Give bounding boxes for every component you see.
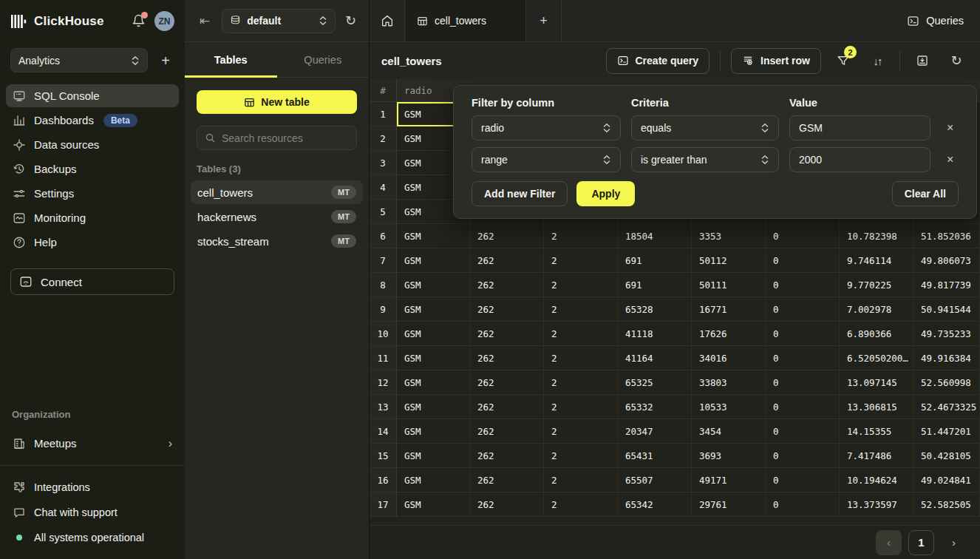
table-cell[interactable]: 0	[766, 322, 840, 346]
table-cell[interactable]: 49.817739	[913, 273, 980, 297]
footer-item-all-systems-operational[interactable]: All systems operational	[6, 528, 179, 547]
table-cell[interactable]: 49.806073	[913, 248, 980, 273]
table-cell[interactable]: 2	[544, 346, 618, 370]
column-header--[interactable]: #	[370, 79, 397, 102]
table-cell[interactable]: 2	[544, 273, 618, 297]
table-cell[interactable]: 2	[544, 395, 618, 419]
table-cell[interactable]: 65431	[618, 444, 692, 468]
table-cell[interactable]: 13.306815	[840, 395, 913, 419]
table-cell[interactable]: 65342	[618, 492, 692, 517]
search-input[interactable]	[222, 132, 349, 144]
new-tab-button[interactable]: +	[526, 0, 562, 41]
table-cell[interactable]: 13.097145	[840, 370, 913, 395]
filter-value-input-0[interactable]	[789, 115, 930, 140]
table-cell[interactable]: 50111	[692, 273, 766, 297]
table-cell[interactable]: 50112	[692, 248, 766, 273]
table-cell[interactable]: 51.447201	[913, 419, 980, 444]
table-cell[interactable]: 691	[618, 248, 692, 273]
table-cell[interactable]: 3353	[692, 224, 766, 248]
filter-column-select-0[interactable]: radio	[472, 115, 621, 140]
table-cell[interactable]: 10.782398	[840, 224, 913, 248]
apply-filters-button[interactable]: Apply	[576, 181, 635, 206]
table-cell[interactable]: GSM	[397, 395, 470, 419]
table-cell[interactable]: GSM	[397, 468, 470, 492]
clear-filters-button[interactable]: Clear All	[892, 181, 959, 206]
table-cell[interactable]: 2	[544, 468, 618, 492]
table-cell[interactable]: 14.15355	[840, 419, 913, 444]
table-cell[interactable]: 0	[766, 370, 840, 395]
table-cell[interactable]: 7.417486	[840, 444, 913, 468]
filter-button[interactable]: 2	[831, 49, 855, 72]
table-cell[interactable]: GSM	[397, 273, 470, 297]
footer-item-integrations[interactable]: Integrations	[6, 478, 179, 497]
table-cell[interactable]: 262	[470, 273, 544, 297]
table-cell[interactable]: GSM	[397, 346, 470, 370]
table-cell[interactable]: 6.890366	[840, 322, 913, 346]
table-cell[interactable]: 29761	[692, 492, 766, 517]
table-cell[interactable]: 49.916384	[913, 346, 980, 370]
table-cell[interactable]: 2	[544, 419, 618, 444]
filter-value-input-1[interactable]	[789, 147, 930, 172]
table-cell[interactable]: 18504	[618, 224, 692, 248]
table-cell[interactable]: 262	[470, 492, 544, 517]
table-cell[interactable]: 52.560998	[913, 370, 980, 395]
table-cell[interactable]: GSM	[397, 419, 470, 444]
table-cell[interactable]: 49.024841	[913, 468, 980, 492]
table-cell[interactable]: 3454	[692, 419, 766, 444]
sidebar-item-backups[interactable]: Backups	[6, 157, 179, 180]
next-page-button[interactable]: ›	[941, 530, 967, 555]
footer-item-chat-with-support[interactable]: Chat with support	[6, 503, 179, 522]
sidebar-item-sql-console[interactable]: SQL Console	[6, 84, 179, 107]
table-cell[interactable]: 0	[766, 468, 840, 492]
table-cell[interactable]: 51.852036	[913, 224, 980, 248]
table-cell[interactable]: 49171	[692, 468, 766, 492]
table-cell[interactable]: 2	[544, 370, 618, 395]
sidebar-item-dashboards[interactable]: DashboardsBeta	[6, 109, 179, 132]
table-cell[interactable]: 2	[544, 297, 618, 322]
sidebar-item-monitoring[interactable]: Monitoring	[6, 206, 179, 229]
table-cell[interactable]: 0	[766, 444, 840, 468]
table-cell[interactable]: 52.4673325	[913, 395, 980, 419]
table-cell[interactable]: 0	[766, 346, 840, 370]
sort-button[interactable]: ↓↑	[865, 49, 889, 72]
table-cell[interactable]: 7.002978	[840, 297, 913, 322]
table-cell[interactable]: 65507	[618, 468, 692, 492]
sidebar-item-meetups[interactable]: Meetups›	[6, 432, 179, 455]
table-cell[interactable]: 16771	[692, 297, 766, 322]
table-cell[interactable]: 2	[544, 492, 618, 517]
remove-filter-button-1[interactable]: ×	[941, 150, 959, 169]
table-cell[interactable]: 3693	[692, 444, 766, 468]
table-cell[interactable]: 9.770225	[840, 273, 913, 297]
table-cell[interactable]: 0	[766, 492, 840, 517]
sidebar-item-help[interactable]: Help	[6, 231, 179, 254]
notifications-button[interactable]	[129, 13, 147, 30]
sidebar-item-data-sources[interactable]: Data sources	[6, 133, 179, 156]
table-item-hackernews[interactable]: hackernewsMT	[191, 205, 363, 228]
download-button[interactable]	[911, 49, 934, 72]
table-cell[interactable]: 41164	[618, 346, 692, 370]
table-cell[interactable]: 2	[544, 224, 618, 248]
table-cell[interactable]: 262	[470, 224, 544, 248]
table-cell[interactable]: 50.428105	[913, 444, 980, 468]
insert-row-button[interactable]: Insert row	[731, 48, 821, 74]
table-cell[interactable]: 2	[544, 444, 618, 468]
table-cell[interactable]: 65325	[618, 370, 692, 395]
new-table-button[interactable]: New table	[197, 90, 357, 114]
table-cell[interactable]: 13.373597	[840, 492, 913, 517]
table-cell[interactable]: 691	[618, 273, 692, 297]
table-cell[interactable]: 6.52050200…	[840, 346, 913, 370]
create-query-button[interactable]: Create query	[606, 48, 710, 74]
tab-cell-towers[interactable]: cell_towers	[404, 0, 526, 41]
table-cell[interactable]: 262	[470, 395, 544, 419]
table-cell[interactable]: 65328	[618, 297, 692, 322]
home-button[interactable]	[370, 0, 404, 41]
table-item-cell-towers[interactable]: cell_towersMT	[191, 180, 363, 204]
workspace-select[interactable]: Analytics	[10, 48, 148, 72]
table-cell[interactable]: 262	[470, 346, 544, 370]
table-cell[interactable]: 0	[766, 224, 840, 248]
database-select[interactable]: default	[222, 9, 336, 33]
table-cell[interactable]: 262	[470, 248, 544, 273]
table-item-stocks-stream[interactable]: stocks_streamMT	[191, 229, 363, 253]
table-cell[interactable]: 50.941544	[913, 297, 980, 322]
explorer-tab-queries[interactable]: Queries	[277, 42, 370, 77]
